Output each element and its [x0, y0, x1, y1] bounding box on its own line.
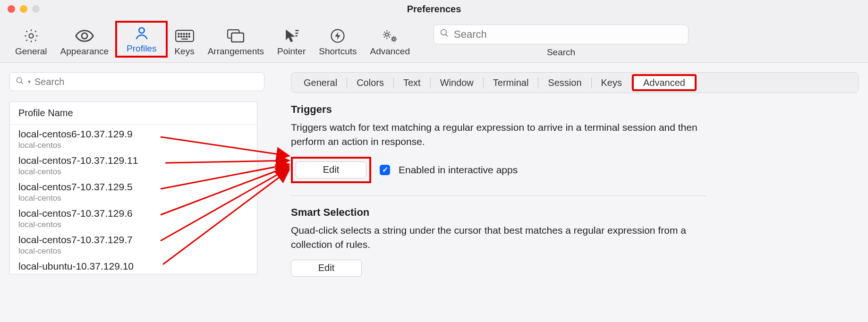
profile-name: local-centos7-10.37.129.7 [18, 234, 248, 246]
toolbar-search-wrap: Search [434, 25, 689, 58]
svg-point-13 [188, 36, 189, 37]
window-title: Preferences [0, 4, 868, 15]
svg-line-25 [446, 34, 448, 37]
subtab-advanced[interactable]: Advanced [632, 74, 697, 91]
svg-point-23 [392, 38, 395, 40]
tab-shortcuts[interactable]: Shortcuts [312, 25, 363, 58]
profile-name: local-ubuntu-10.37.129.10 [18, 261, 248, 272]
svg-point-11 [183, 36, 184, 37]
profile-tag: local-centos [18, 246, 248, 256]
svg-rect-14 [181, 39, 188, 40]
tab-label: Profiles [127, 43, 156, 54]
person-icon [134, 25, 150, 42]
profile-name: local-centos7-10.37.129.5 [18, 181, 248, 193]
divider [291, 195, 706, 196]
table-row[interactable]: local-centos7-10.37.129.11 local-centos [10, 151, 257, 178]
toolbar-search-input[interactable] [454, 28, 682, 41]
subtab-text[interactable]: Text [394, 74, 430, 91]
profile-name: local-centos7-10.37.129.6 [18, 208, 248, 219]
tab-label: Arrangements [208, 46, 264, 57]
table-row[interactable]: local-ubuntu-10.37.129.10 [10, 257, 257, 274]
gear-icon [23, 27, 39, 44]
svg-point-9 [178, 36, 179, 37]
table-row[interactable]: local-centos7-10.37.129.7 local-centos [10, 230, 257, 257]
profile-search-field[interactable]: ▾ [9, 72, 264, 91]
minimize-window-button[interactable] [20, 5, 27, 13]
gears-icon [381, 27, 400, 44]
smart-desc: Quad-click selects a string under the cu… [291, 223, 706, 252]
close-window-button[interactable] [8, 5, 15, 13]
window-controls [8, 5, 40, 13]
left-panel: ▾ Profile Name local-centos6-10.37.129.9… [0, 63, 269, 319]
tab-arrangements[interactable]: Arrangements [201, 25, 271, 58]
tab-profiles-highlight: Profiles [115, 21, 168, 58]
zoom-window-button[interactable] [32, 5, 40, 13]
toolbar: General Appearance Profiles Keys Arrange… [0, 18, 868, 63]
tab-advanced[interactable]: Advanced [364, 25, 417, 58]
tab-label: Advanced [370, 46, 410, 57]
bolt-icon [330, 27, 346, 44]
eye-icon [75, 27, 94, 44]
tab-label: General [15, 46, 47, 57]
search-icon [16, 76, 24, 87]
svg-point-5 [180, 34, 181, 34]
subtab-colors[interactable]: Colors [347, 74, 393, 91]
profile-tag: local-centos [18, 220, 248, 229]
profile-tag: local-centos [18, 141, 248, 150]
windows-icon [227, 27, 245, 44]
keyboard-icon [175, 27, 195, 44]
profile-tag: local-centos [18, 167, 248, 177]
tab-label: Shortcuts [319, 46, 357, 57]
svg-point-0 [29, 34, 33, 38]
svg-point-26 [17, 77, 22, 83]
table-row[interactable]: local-centos6-10.37.129.9 local-centos [10, 125, 257, 151]
tab-keys[interactable]: Keys [168, 25, 201, 58]
svg-point-2 [139, 28, 144, 33]
svg-point-10 [180, 36, 181, 37]
triggers-desc: Triggers watch for text matching a regul… [291, 120, 706, 149]
tab-general[interactable]: General [9, 25, 54, 58]
svg-point-6 [183, 34, 184, 34]
profile-table: Profile Name local-centos6-10.37.129.9 l… [9, 102, 257, 274]
search-icon [440, 28, 449, 41]
subtab-window[interactable]: Window [431, 74, 483, 91]
profile-tag: local-centos [18, 194, 248, 203]
tab-pointer[interactable]: Pointer [271, 25, 312, 58]
tab-profiles[interactable]: Profiles [122, 25, 161, 54]
svg-line-27 [21, 82, 23, 84]
toolbar-search-field[interactable] [434, 25, 689, 44]
table-row[interactable]: local-centos7-10.37.129.5 local-centos [10, 178, 257, 204]
svg-rect-16 [232, 33, 244, 42]
chevron-down-icon[interactable]: ▾ [28, 78, 31, 85]
smart-edit-button[interactable]: Edit [291, 260, 362, 277]
pointer-icon [283, 27, 300, 44]
svg-point-12 [186, 36, 187, 37]
edit-button-highlight: Edit [291, 157, 371, 183]
main-area: ▾ Profile Name local-centos6-10.37.129.9… [0, 63, 868, 319]
svg-point-24 [441, 30, 447, 35]
table-row[interactable]: local-centos7-10.37.129.6 local-centos [10, 204, 257, 230]
tab-label: Pointer [277, 46, 306, 57]
svg-point-4 [178, 34, 179, 34]
profile-table-header: Profile Name [10, 102, 257, 125]
interactive-apps-label: Enabled in interactive apps [399, 164, 518, 176]
triggers-title: Triggers [291, 103, 859, 116]
titlebar: Preferences [0, 0, 868, 18]
subtab-keys[interactable]: Keys [592, 74, 631, 91]
interactive-apps-checkbox[interactable]: ✓ [380, 165, 390, 175]
svg-point-1 [82, 33, 87, 39]
subtab-general[interactable]: General [294, 74, 347, 91]
triggers-edit-button[interactable]: Edit [296, 161, 366, 178]
tab-label: Keys [174, 46, 194, 57]
subtab-terminal[interactable]: Terminal [484, 74, 538, 91]
tab-label: Appearance [60, 46, 109, 57]
right-panel: General Colors Text Window Terminal Sess… [269, 63, 868, 319]
toolbar-search-label: Search [547, 47, 575, 58]
profile-subtabs: General Colors Text Window Terminal Sess… [291, 72, 859, 93]
profile-name: local-centos7-10.37.129.11 [18, 155, 248, 166]
profile-name: local-centos6-10.37.129.9 [18, 128, 248, 140]
profile-search-input[interactable] [34, 76, 258, 87]
tab-appearance[interactable]: Appearance [54, 25, 115, 58]
svg-point-8 [188, 34, 189, 34]
subtab-session[interactable]: Session [538, 74, 591, 91]
